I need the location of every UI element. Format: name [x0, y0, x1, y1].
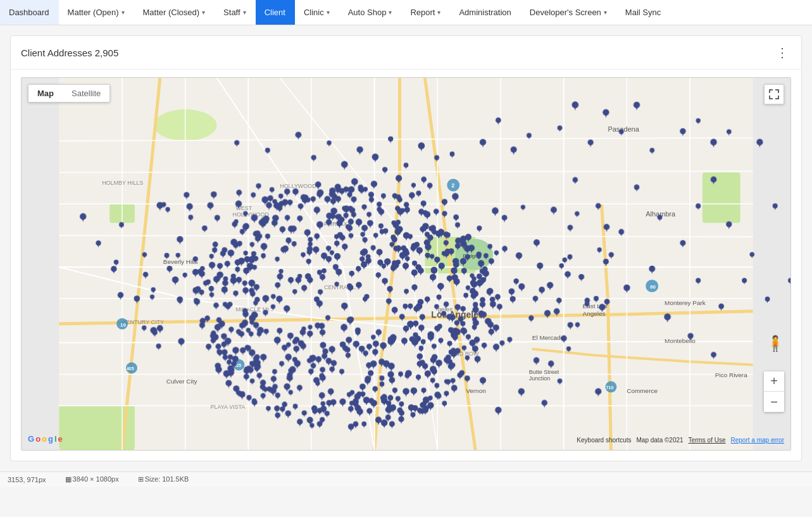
svg-text:HOLMBY HILLS: HOLMBY HILLS [102, 180, 143, 186]
zoom-out-button[interactable]: − [764, 392, 784, 412]
status-size: ⊞Size: 101.5KB [138, 475, 189, 483]
map-view-toggle: Map Satellite [28, 84, 110, 103]
chevron-down-icon: ▾ [604, 9, 607, 16]
svg-text:Beverly Hills: Beverly Hills [163, 258, 198, 265]
svg-text:HOLLYWOOD: HOLLYWOOD [232, 211, 269, 218]
svg-text:710: 710 [606, 385, 613, 390]
svg-text:HOLLYWOOD: HOLLYWOOD [280, 183, 316, 189]
svg-text:Pico Rivera: Pico Rivera [715, 371, 747, 378]
svg-text:SKID ROW: SKID ROW [450, 351, 479, 357]
chevron-down-icon: ▾ [437, 9, 440, 16]
map-container[interactable]: Pasadena Alhambra Beverly Hills Los Ange… [21, 77, 791, 451]
card-menu-button[interactable]: ⋮ [773, 45, 791, 60]
chevron-down-icon: ▾ [327, 9, 330, 16]
svg-text:El Mercado: El Mercado [532, 334, 565, 341]
nav-item-mail-sync[interactable]: Mail Sync [616, 0, 670, 25]
navbar: DashboardMatter (Open)▾Matter (Closed)▾S… [0, 0, 812, 25]
nav-item-matter-open[interactable]: Matter (Open)▾ [59, 0, 134, 25]
main-content: Client Addresses 2,905 ⋮ [0, 25, 812, 471]
svg-text:Vernon: Vernon [466, 387, 486, 394]
zoom-in-button[interactable]: + [764, 371, 784, 392]
nav-item-clinic[interactable]: Clinic▾ [295, 0, 339, 25]
svg-text:East Los: East Los [583, 302, 608, 309]
svg-text:405: 405 [234, 363, 241, 368]
google-logo: Google [28, 434, 63, 444]
pegman-button[interactable]: 🧍 [766, 335, 784, 368]
svg-text:405: 405 [127, 366, 134, 371]
status-coordinates: 3153, 971px [8, 476, 46, 483]
nav-item-staff[interactable]: Staff▾ [215, 0, 256, 25]
chevron-down-icon: ▾ [389, 9, 392, 16]
svg-text:Angeles: Angeles [583, 310, 606, 317]
status-bar: 3153, 971px ▦3840 × 1080px ⊞Size: 101.5K… [0, 471, 812, 487]
svg-text:Commerce: Commerce [627, 387, 658, 394]
nav-item-developers-screen[interactable]: Developer's Screen▾ [521, 0, 616, 25]
svg-text:MIRACLE MI...: MIRACLE MI... [235, 306, 273, 313]
svg-text:Culver City: Culver City [166, 378, 197, 385]
map-data-text: Map data ©2021 [637, 437, 684, 444]
svg-text:WEST: WEST [235, 205, 252, 211]
nav-item-administration[interactable]: Administration [450, 0, 520, 25]
nav-item-client[interactable]: Client [256, 0, 295, 25]
keyboard-shortcuts-link[interactable]: Keyboard shortcuts [577, 437, 631, 444]
nav-item-report[interactable]: Report▾ [401, 0, 450, 25]
svg-text:Dodger: Dodger [463, 253, 479, 259]
card-header: Client Addresses 2,905 ⋮ [11, 36, 801, 70]
svg-rect-2 [703, 172, 740, 223]
chevron-down-icon: ▾ [202, 9, 205, 16]
svg-text:PLAYA VISTA: PLAYA VISTA [211, 404, 246, 410]
svg-text:Butte Street: Butte Street [529, 369, 559, 375]
svg-text:Montebello: Montebello [665, 337, 696, 344]
chevron-down-icon: ▾ [122, 9, 125, 16]
nav-item-dashboard[interactable]: Dashboard [0, 0, 59, 25]
nav-item-auto-shop[interactable]: Auto Shop▾ [339, 0, 402, 25]
terms-of-use-link[interactable]: Terms of Use [689, 437, 726, 444]
map-zoom-controls: + − [764, 371, 784, 412]
svg-text:Junction: Junction [529, 375, 550, 382]
report-map-error-link[interactable]: Report a map error [731, 437, 784, 444]
map-view-button[interactable]: Map [28, 85, 63, 102]
nav-item-matter-closed[interactable]: Matter (Closed)▾ [134, 0, 215, 25]
client-addresses-card: Client Addresses 2,905 ⋮ [10, 35, 802, 461]
status-resolution: ▦3840 × 1080px [65, 475, 119, 483]
svg-text:CENTURY CITY: CENTURY CITY [122, 319, 164, 325]
map-background: Pasadena Alhambra Beverly Hills Los Ange… [22, 78, 790, 450]
svg-text:10: 10 [120, 322, 126, 328]
satellite-view-button[interactable]: Satellite [63, 85, 109, 102]
card-title: Client Addresses 2,905 [21, 47, 118, 58]
svg-text:Alhambra: Alhambra [646, 210, 676, 218]
svg-text:CENTRAL L...: CENTRAL L... [324, 284, 359, 290]
svg-text:Monterey Park: Monterey Park [665, 299, 706, 306]
map-wrapper: Pasadena Alhambra Beverly Hills Los Ange… [11, 70, 801, 461]
svg-text:geles: geles [437, 306, 453, 313]
map-attribution: Keyboard shortcuts Map data ©2021 Terms … [577, 437, 784, 444]
svg-text:Pasadena: Pasadena [608, 125, 639, 133]
svg-text:FAIRFAX: FAIRFAX [324, 221, 347, 227]
svg-text:60: 60 [650, 284, 656, 290]
chevron-down-icon: ▾ [243, 9, 246, 16]
fullscreen-button[interactable] [764, 84, 784, 104]
svg-text:2: 2 [451, 182, 454, 189]
